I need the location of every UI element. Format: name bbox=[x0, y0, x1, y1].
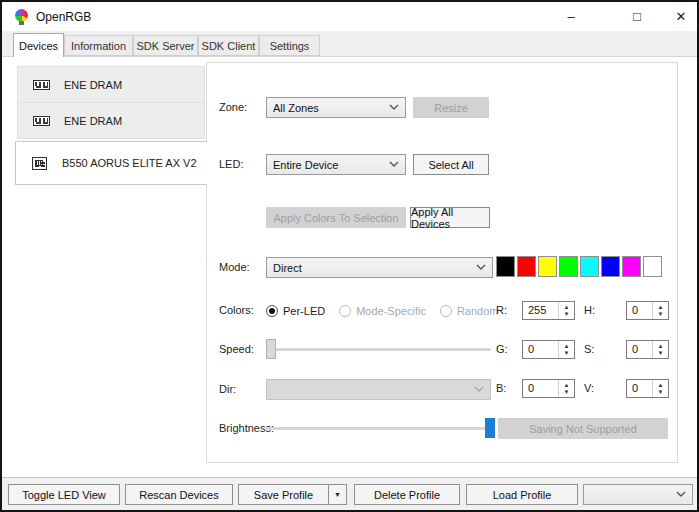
color-swatch-row bbox=[496, 256, 662, 277]
save-profile-dropdown-button[interactable]: ▼ bbox=[328, 484, 347, 505]
g-label: G: bbox=[496, 339, 508, 360]
window-title: OpenRGB bbox=[36, 10, 91, 24]
s-spinbox[interactable]: 0 ▲▼ bbox=[626, 340, 669, 359]
tab-devices[interactable]: Devices bbox=[13, 33, 64, 57]
mode-select[interactable]: Direct bbox=[266, 257, 493, 278]
minimize-button[interactable]: – bbox=[555, 2, 587, 31]
device-item-b550-aorus[interactable]: B550 AORUS ELITE AX V2 bbox=[15, 141, 207, 185]
radio-per-led[interactable]: Per-LED bbox=[266, 305, 325, 317]
openrgb-logo-icon bbox=[15, 9, 28, 22]
slider-groove bbox=[266, 427, 495, 430]
footer-bar: Toggle LED View Rescan Devices Save Prof… bbox=[2, 477, 697, 510]
led-value: Entire Device bbox=[273, 159, 389, 171]
chevron-down-icon bbox=[474, 386, 484, 393]
device-item-label: ENE DRAM bbox=[64, 115, 122, 127]
brightness-slider[interactable] bbox=[266, 418, 495, 438]
dir-label: Dir: bbox=[219, 379, 236, 400]
speed-slider[interactable] bbox=[266, 339, 491, 359]
h-spinbox[interactable]: 0 ▲▼ bbox=[626, 301, 669, 320]
swatch-yellow[interactable] bbox=[538, 256, 557, 277]
tab-sdk-server[interactable]: SDK Server bbox=[133, 35, 198, 56]
delete-profile-button[interactable]: Delete Profile bbox=[354, 484, 460, 505]
zone-label: Zone: bbox=[219, 97, 247, 118]
spin-arrows-icon[interactable]: ▲▼ bbox=[652, 341, 668, 358]
tab-sdk-client[interactable]: SDK Client bbox=[198, 35, 259, 56]
s-label: S: bbox=[584, 339, 594, 360]
radio-random[interactable]: Random bbox=[440, 305, 499, 317]
v-spinbox[interactable]: 0 ▲▼ bbox=[626, 379, 669, 398]
chevron-down-icon bbox=[389, 161, 399, 168]
swatch-magenta[interactable] bbox=[622, 256, 641, 277]
mode-label: Mode: bbox=[219, 257, 250, 278]
r-label: R: bbox=[496, 300, 507, 321]
rescan-devices-button[interactable]: Rescan Devices bbox=[125, 484, 233, 505]
b-spinbox[interactable]: 0 ▲▼ bbox=[522, 379, 575, 398]
radio-icon bbox=[266, 305, 278, 317]
save-profile-button[interactable]: Save Profile bbox=[238, 484, 329, 505]
b-label: B: bbox=[496, 378, 506, 399]
apply-colors-to-selection-button[interactable]: Apply Colors To Selection bbox=[266, 207, 406, 228]
select-all-button[interactable]: Select All bbox=[413, 154, 489, 175]
h-label: H: bbox=[584, 300, 595, 321]
spin-arrows-icon[interactable]: ▲▼ bbox=[558, 380, 574, 397]
zone-value: All Zones bbox=[273, 102, 389, 114]
chevron-down-icon bbox=[476, 264, 486, 271]
radio-icon bbox=[339, 305, 351, 317]
swatch-red[interactable] bbox=[517, 256, 536, 277]
tab-information[interactable]: Information bbox=[64, 35, 133, 56]
spin-arrows-icon[interactable]: ▲▼ bbox=[652, 302, 668, 319]
toggle-led-view-button[interactable]: Toggle LED View bbox=[8, 484, 120, 505]
g-spinbox[interactable]: 0 ▲▼ bbox=[522, 340, 575, 359]
slider-groove bbox=[266, 348, 491, 351]
profile-select[interactable] bbox=[583, 484, 693, 505]
device-item-label: B550 AORUS ELITE AX V2 bbox=[62, 157, 197, 169]
load-profile-button[interactable]: Load Profile bbox=[466, 484, 578, 505]
dir-select[interactable] bbox=[266, 379, 491, 400]
openrgb-window: OpenRGB – □ ✕ Devices Information SDK Se… bbox=[0, 0, 699, 512]
colors-radio-group: Per-LED Mode-Specific Random bbox=[266, 300, 512, 321]
swatch-green[interactable] bbox=[559, 256, 578, 277]
apply-all-devices-button[interactable]: Apply All Devices bbox=[410, 207, 490, 228]
device-item-label: ENE DRAM bbox=[64, 79, 122, 91]
motherboard-icon bbox=[16, 157, 62, 170]
zone-select[interactable]: All Zones bbox=[266, 97, 406, 118]
spin-arrows-icon[interactable]: ▲▼ bbox=[652, 380, 668, 397]
speed-slider-handle[interactable] bbox=[266, 339, 276, 359]
chevron-down-icon bbox=[676, 491, 686, 498]
title-bar: OpenRGB – □ ✕ bbox=[2, 2, 697, 31]
led-label: LED: bbox=[219, 154, 243, 175]
radio-mode-specific[interactable]: Mode-Specific bbox=[339, 305, 426, 317]
spin-arrows-icon[interactable]: ▲▼ bbox=[558, 341, 574, 358]
device-item-ene-dram-2[interactable]: ENE DRAM bbox=[17, 102, 205, 139]
close-button[interactable]: ✕ bbox=[665, 2, 697, 31]
radio-icon bbox=[440, 305, 452, 317]
swatch-black[interactable] bbox=[496, 256, 515, 277]
ram-icon bbox=[18, 80, 64, 90]
saving-not-supported-button[interactable]: Saving Not Supported bbox=[498, 418, 668, 439]
colors-label: Colors: bbox=[219, 300, 254, 321]
spin-arrows-icon[interactable]: ▲▼ bbox=[558, 302, 574, 319]
mode-value: Direct bbox=[273, 262, 476, 274]
device-item-ene-dram-1[interactable]: ENE DRAM bbox=[17, 66, 205, 103]
device-control-panel: Zone: All Zones Resize LED: Entire Devic… bbox=[206, 62, 678, 463]
ram-icon bbox=[18, 116, 64, 126]
speed-label: Speed: bbox=[219, 339, 254, 360]
swatch-cyan[interactable] bbox=[580, 256, 599, 277]
resize-button[interactable]: Resize bbox=[413, 97, 489, 118]
tab-settings[interactable]: Settings bbox=[259, 35, 320, 56]
swatch-white[interactable] bbox=[643, 256, 662, 277]
chevron-down-icon bbox=[389, 104, 399, 111]
brightness-slider-handle[interactable] bbox=[485, 418, 495, 438]
maximize-button[interactable]: □ bbox=[621, 2, 653, 31]
led-select[interactable]: Entire Device bbox=[266, 154, 406, 175]
swatch-blue[interactable] bbox=[601, 256, 620, 277]
r-spinbox[interactable]: 255 ▲▼ bbox=[522, 301, 575, 320]
v-label: V: bbox=[584, 378, 594, 399]
